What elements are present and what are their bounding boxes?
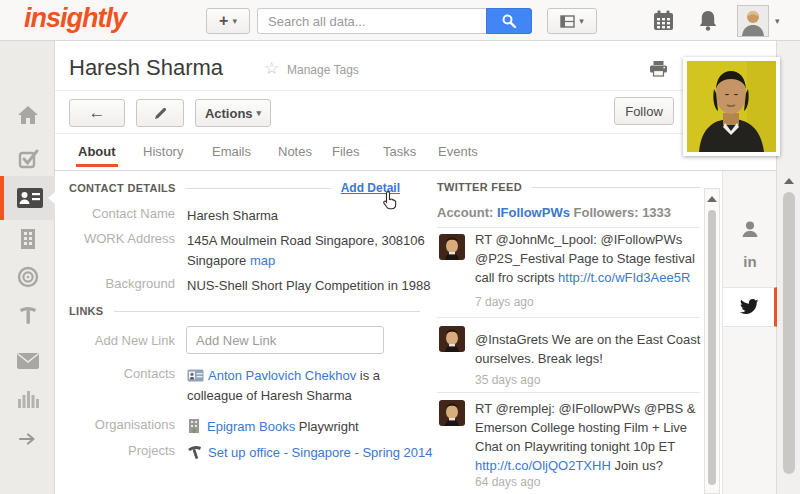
- social-tab-contact[interactable]: [723, 219, 777, 243]
- map-link[interactable]: map: [250, 253, 275, 268]
- tweet-link[interactable]: http://t.co/OljQO2TXHH: [475, 458, 611, 473]
- tab-tasks[interactable]: Tasks: [383, 144, 416, 159]
- tweet-text: RT @JohnMc_Lpool: @IFollowPWs @P2S_Festi…: [475, 230, 705, 287]
- social-tab-linkedin[interactable]: in: [723, 253, 777, 270]
- task-check-icon: [16, 147, 40, 171]
- tweet-timestamp: 7 days ago: [475, 295, 534, 309]
- contact-details-header: CONTACT DETAILS Add Detail: [69, 181, 400, 195]
- calendar-icon[interactable]: [652, 9, 675, 36]
- feed-scrollbar-thumb[interactable]: [708, 210, 716, 485]
- bar-chart-icon: [16, 389, 40, 409]
- field-value: 145A Moulmein Road Singapore, 308106 Sin…: [187, 231, 439, 271]
- view-switcher-button[interactable]: ▾: [547, 8, 597, 34]
- sidebar-item-tasks[interactable]: [0, 139, 55, 179]
- add-new-link-input[interactable]: [186, 326, 384, 354]
- field-label: Background: [69, 276, 175, 296]
- linkedin-icon: in: [743, 253, 756, 270]
- contact-photo[interactable]: [683, 57, 780, 156]
- scroll-up-icon[interactable]: [707, 196, 717, 202]
- pencil-icon: [153, 106, 168, 121]
- field-background: Background NUS-Shell Short Play Competit…: [69, 276, 431, 296]
- scroll-up-icon[interactable]: [784, 178, 794, 184]
- page-scrollbar-thumb[interactable]: [783, 192, 795, 474]
- actions-button[interactable]: Actions ▾: [195, 99, 271, 127]
- field-label: Organisations: [69, 417, 175, 437]
- twitter-feed-header: TWITTER FEED: [437, 181, 700, 193]
- field-value: NUS-Shell Short Play Competition in 1988: [187, 276, 431, 296]
- field-label: Add New Link: [69, 333, 175, 348]
- hammer-icon: [16, 303, 40, 327]
- person-icon: [740, 219, 760, 239]
- contact-photo-image: [687, 61, 776, 152]
- linked-project-icon: [187, 444, 204, 459]
- notifications-bell-icon[interactable]: [697, 9, 719, 36]
- active-tab-indicator: [76, 164, 118, 167]
- twitter-feed-title: TWITTER FEED: [437, 181, 522, 193]
- tweet-avatar: [439, 326, 465, 352]
- sidebar-collapse-arrow[interactable]: [0, 419, 55, 459]
- sidebar-item-home[interactable]: [0, 95, 55, 135]
- field-label: Contacts: [69, 366, 175, 406]
- plus-icon: +: [219, 12, 228, 30]
- back-button[interactable]: ←: [69, 99, 125, 127]
- sidebar-item-email[interactable]: [0, 341, 55, 381]
- account-label: Account:: [437, 205, 497, 220]
- mail-icon: [16, 352, 40, 370]
- search-icon: [501, 13, 517, 29]
- quick-add-button[interactable]: + ▾: [206, 8, 250, 34]
- right-arrow-icon: [18, 432, 38, 446]
- page-scrollbar[interactable]: [779, 172, 798, 494]
- search-input[interactable]: [257, 8, 486, 34]
- sidebar-item-organisations[interactable]: [0, 219, 55, 259]
- linked-organisation-link[interactable]: Epigram Books: [207, 419, 295, 434]
- followers-count: Followers: 1333: [570, 205, 671, 220]
- building-icon: [17, 227, 39, 251]
- manage-tags-link[interactable]: Manage Tags: [287, 63, 359, 77]
- field-contacts-link: Contacts Anton Pavlovich Chekhov is a co…: [69, 366, 439, 406]
- mouse-cursor: [379, 191, 399, 216]
- linked-contact-link[interactable]: Anton Pavlovich Chekhov: [208, 368, 356, 383]
- target-icon: [16, 265, 40, 289]
- linked-project-link[interactable]: Set up office - Singapore - Spring 2014: [208, 445, 433, 460]
- tab-notes[interactable]: Notes: [278, 144, 312, 159]
- insightly-logo: insightly: [24, 3, 126, 34]
- tweet-link[interactable]: http://t.co/wFId3Aee5R: [558, 270, 690, 285]
- sidebar-item-reports[interactable]: [0, 379, 55, 419]
- actions-button-label: Actions: [205, 106, 253, 121]
- user-menu-caret-icon[interactable]: ▾: [775, 16, 780, 26]
- sidebar-item-projects[interactable]: [0, 295, 55, 335]
- user-avatar[interactable]: [737, 5, 769, 37]
- social-tab-twitter[interactable]: [723, 287, 777, 327]
- edit-button[interactable]: [136, 99, 184, 127]
- follow-button[interactable]: Follow: [614, 97, 674, 125]
- sidebar-item-contacts[interactable]: [0, 176, 55, 220]
- back-arrow-icon: ←: [89, 103, 106, 123]
- tweet-text: @InstaGrets We are on the East Coast our…: [475, 330, 705, 368]
- twitter-account-link[interactable]: IFollowPWs: [497, 205, 570, 220]
- field-label: WORK Address: [69, 231, 175, 271]
- field-label: Projects: [69, 443, 175, 463]
- tab-emails[interactable]: Emails: [212, 144, 251, 159]
- chevron-down-icon: ▾: [579, 16, 584, 26]
- field-label: Contact Name: [69, 206, 175, 226]
- tweet-avatar: [439, 234, 465, 260]
- social-tabs-strip: in: [722, 171, 776, 494]
- tab-files[interactable]: Files: [332, 144, 359, 159]
- search-button[interactable]: [486, 8, 532, 34]
- tab-history[interactable]: History: [143, 144, 183, 159]
- field-contact-name: Contact Name Haresh Sharma: [69, 206, 278, 226]
- field-organisations-link: Organisations Epigram Books Playwright: [69, 417, 439, 437]
- feed-scrollbar[interactable]: [704, 188, 720, 494]
- chevron-down-icon: ▾: [257, 108, 262, 118]
- field-add-new-link: Add New Link: [69, 333, 175, 348]
- field-value: Haresh Sharma: [187, 206, 278, 226]
- tweet-avatar: [439, 400, 465, 426]
- tab-about[interactable]: About: [78, 144, 116, 159]
- tweet-timestamp: 64 days ago: [475, 475, 540, 489]
- favorite-star-icon[interactable]: ☆: [264, 58, 279, 79]
- sidebar-item-opportunities[interactable]: [0, 257, 55, 297]
- tab-events[interactable]: Events: [438, 144, 478, 159]
- chevron-down-icon: ▾: [232, 16, 237, 26]
- print-icon[interactable]: [649, 60, 668, 81]
- home-icon: [16, 104, 40, 126]
